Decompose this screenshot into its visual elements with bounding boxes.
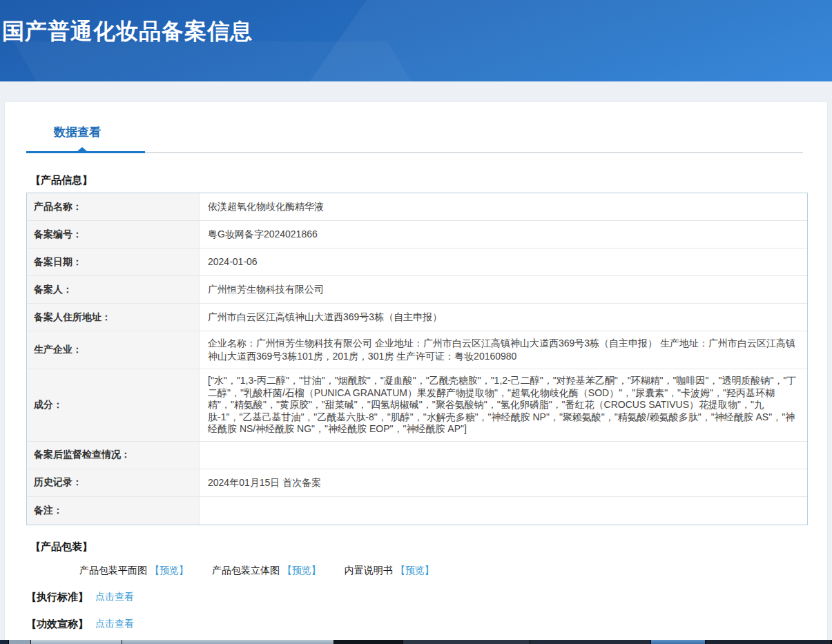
table-row-registration-date: 备案日期： 2024-01-06 — [27, 248, 807, 276]
packaging-item-label: 产品包装立体图 — [212, 565, 280, 576]
taskbar-segment[interactable] — [403, 640, 530, 644]
field-label: 成分： — [27, 369, 200, 441]
taskbar-segment[interactable] — [530, 640, 651, 644]
execution-standard-view-link[interactable]: 点击查看 — [95, 591, 134, 603]
field-value: 2024-01-06 — [200, 248, 807, 275]
table-row-registration-number: 备案编号： 粤G妆网备字2024021866 — [27, 221, 807, 248]
efficacy-claim-title: 【功效宣称】 — [26, 618, 88, 631]
field-value — [200, 497, 807, 525]
active-tab-indicator-triangle — [77, 147, 88, 152]
table-row-ingredients: 成分： ["水"，"1,3-丙二醇"，"甘油"，"烟酰胺"，"凝血酸"，"乙酰壳… — [27, 369, 807, 442]
taskbar-segment[interactable] — [122, 640, 334, 644]
table-row-manufacturer: 生产企业： 企业名称：广州恒芳生物科技有限公司 企业地址：广州市白云区江高镇神山… — [27, 331, 807, 369]
table-row-history: 历史记录： 2024年01月15日 首次备案 — [27, 469, 807, 497]
field-value: ["水"，"1,3-丙二醇"，"甘油"，"烟酰胺"，"凝血酸"，"乙酰壳糖胺"，… — [200, 369, 807, 441]
taskbar-segment[interactable] — [31, 640, 122, 644]
field-label: 备案人： — [27, 276, 200, 303]
packaging-item-label: 内置说明书 — [345, 565, 393, 576]
product-info-table: 产品名称： 依渼超氧化物歧化酶精华液 备案编号： 粤G妆网备字202402186… — [26, 193, 808, 525]
packaging-item-3d-diagram: 产品包装立体图 【预览】 — [212, 565, 321, 577]
field-value: 依渼超氧化物歧化酶精华液 — [200, 193, 807, 220]
table-row-registrant: 备案人： 广州恒芳生物科技有限公司 — [27, 276, 807, 304]
field-value: 企业名称：广州恒芳生物科技有限公司 企业地址：广州市白云区江高镇神山大道西369… — [200, 331, 807, 369]
execution-standard-row: 【执行标准】 点击查看 — [26, 591, 827, 604]
page-title: 国产普通化妆品备案信息 — [2, 17, 253, 47]
packaging-item-flat-diagram: 产品包装平面图 【预览】 — [79, 565, 188, 577]
preview-link-flat-diagram[interactable]: 【预览】 — [150, 565, 188, 576]
taskbar-segment[interactable] — [651, 640, 706, 644]
packaging-links-row: 产品包装平面图 【预览】 产品包装立体图 【预览】 内置说明书 【预览】 — [79, 565, 827, 577]
table-row-registrant-address: 备案人住所地址： 广州市白云区江高镇神山大道西369号3栋（自主申报） — [27, 304, 807, 331]
taskbar-segment[interactable] — [334, 640, 404, 644]
field-value: 广州恒芳生物科技有限公司 — [200, 276, 807, 303]
field-value: 粤G妆网备字2024021866 — [200, 221, 807, 248]
tab-underline — [5, 146, 827, 156]
taskbar-segment[interactable] — [706, 640, 831, 644]
field-label: 历史记录： — [27, 469, 200, 496]
page-header-banner: 国产普通化妆品备案信息 — [0, 0, 832, 81]
product-info-section-title: 【产品信息】 — [30, 174, 827, 187]
efficacy-claim-row: 【功效宣称】 点击查看 — [26, 618, 827, 631]
field-value: 广州市白云区江高镇神山大道西369号3栋（自主申报） — [200, 304, 807, 331]
field-label: 产品名称： — [27, 193, 200, 220]
execution-standard-title: 【执行标准】 — [26, 591, 88, 604]
table-row-remarks: 备注： — [27, 497, 807, 525]
tab-data-view[interactable]: 数据查看 — [54, 124, 101, 140]
preview-link-manual[interactable]: 【预览】 — [396, 565, 434, 576]
efficacy-claim-view-link[interactable]: 点击查看 — [95, 618, 134, 630]
packaging-item-label: 产品包装平面图 — [79, 565, 147, 576]
field-value — [200, 442, 807, 469]
field-value: 2024年01月15日 首次备案 — [200, 469, 807, 496]
taskbar-segment[interactable] — [0, 640, 9, 644]
field-label: 生产企业： — [27, 331, 200, 369]
field-label: 备案后监督检查情况： — [27, 442, 200, 469]
table-row-supervision-check: 备案后监督检查情况： — [27, 442, 807, 469]
packaging-item-manual: 内置说明书 【预览】 — [345, 565, 434, 577]
taskbar-segment[interactable] — [9, 640, 31, 644]
field-label: 备案日期： — [27, 248, 200, 275]
content-card: 数据查看 【产品信息】 产品名称： 依渼超氧化物歧化酶精华液 备案编号： 粤G妆… — [5, 102, 827, 644]
taskbar-sliver[interactable] — [0, 640, 832, 644]
field-label: 备案编号： — [27, 221, 200, 248]
table-row-product-name: 产品名称： 依渼超氧化物歧化酶精华液 — [27, 193, 807, 221]
product-packaging-section-title: 【产品包装】 — [30, 540, 827, 554]
preview-link-3d-diagram[interactable]: 【预览】 — [282, 565, 321, 576]
field-label: 备案人住所地址： — [27, 304, 200, 331]
field-label: 备注： — [27, 497, 200, 525]
